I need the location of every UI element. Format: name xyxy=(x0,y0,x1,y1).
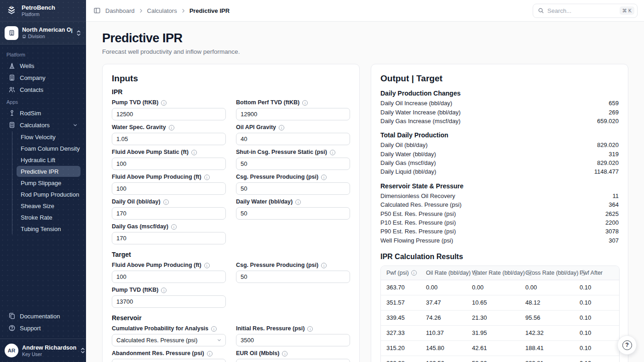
sidebar-item-predictive-ipr[interactable]: Predictive IPR xyxy=(17,166,80,177)
info-icon[interactable] xyxy=(295,199,301,205)
sidebar-item-contacts[interactable]: Contacts xyxy=(6,84,80,96)
abandonment-res-pressure-input[interactable] xyxy=(112,359,226,362)
output-value: 269 xyxy=(609,109,619,116)
column-header: Water Rate (bbl/day) xyxy=(472,270,525,276)
field-label: Daily Gas (mscf/day) xyxy=(112,223,168,230)
info-icon[interactable] xyxy=(411,270,417,276)
column-header: Gross Rate (bbl/day) xyxy=(525,270,578,276)
inputs-card: Inputs IPR Pump TVD (ftKB) Bottom Perf T… xyxy=(102,64,360,362)
info-icon[interactable] xyxy=(207,351,213,356)
help-button[interactable]: ? xyxy=(617,335,637,355)
table-row: 303.08180.5653.26233.810.10 xyxy=(381,356,620,362)
output-card: Output | Target Daily Production Changes… xyxy=(371,64,628,362)
search-box[interactable]: ⌘ K xyxy=(533,4,638,18)
sidebar-item-label: Company xyxy=(20,74,46,81)
fluid-above-pump-producing-input[interactable] xyxy=(112,182,226,195)
initial-res-pressure-input[interactable] xyxy=(236,334,350,346)
field-label: Fluid Above Pump Static (ft) xyxy=(112,149,189,156)
info-icon[interactable] xyxy=(211,326,217,332)
user-role: Key User xyxy=(22,351,76,357)
sidebar-item-label: Documentation xyxy=(20,313,60,320)
info-icon[interactable] xyxy=(282,351,288,356)
output-value: 3078 xyxy=(605,228,619,235)
output-label: Calculated Res. Pressure (psi) xyxy=(380,201,461,208)
fluid-above-pump-static-input[interactable] xyxy=(112,158,226,170)
pump-tvd-input[interactable] xyxy=(112,108,226,120)
sidebar-item-stroke-rate[interactable]: Stroke Rate xyxy=(17,212,80,223)
rodsim-icon xyxy=(8,109,16,117)
target-pump-tvd-input[interactable] xyxy=(112,295,226,308)
user-menu[interactable]: AR Andrew Richardson Key User xyxy=(0,339,86,362)
info-icon[interactable] xyxy=(204,175,210,180)
csg-pressure-producing-input[interactable] xyxy=(236,182,350,195)
water-spec-gravity-input[interactable] xyxy=(112,133,226,145)
sidebar-item-company[interactable]: Company xyxy=(6,72,80,84)
column-header: Pwf (psi) xyxy=(386,270,409,276)
sidebar-item-tubing-tension[interactable]: Tubing Tension xyxy=(17,223,80,234)
info-icon[interactable] xyxy=(321,263,327,268)
sidebar-item-wells[interactable]: Wells xyxy=(6,60,80,72)
output-row: Daily Oil (bbl/day)829.020 xyxy=(380,141,619,149)
sidebar: P PetroBench Platform North American Ope… xyxy=(0,0,86,362)
output-label: P90 Est. Res. Pressure (psi) xyxy=(380,228,456,235)
info-icon[interactable] xyxy=(302,100,308,106)
output-row: Calculated Res. Pressure (psi)364 xyxy=(380,200,619,209)
oil-api-gravity-input[interactable] xyxy=(236,133,350,145)
chevron-down-icon xyxy=(217,338,222,343)
info-icon[interactable] xyxy=(169,125,174,130)
field-label: EUR Oil (Mbbls) xyxy=(236,350,279,357)
info-icon[interactable] xyxy=(204,263,210,268)
info-icon[interactable] xyxy=(330,150,335,155)
results-table: Pwf (psi) Oil Rate (bbl/day) Water Rate … xyxy=(381,266,620,362)
output-row: Dimensionless Oil Recovery11 xyxy=(380,192,619,200)
output-value: 659 xyxy=(609,100,619,107)
info-icon[interactable] xyxy=(171,224,177,230)
division-mini-icon xyxy=(22,34,26,39)
breadcrumb-dashboard[interactable]: Dashboard xyxy=(105,7,135,14)
sidebar-item-pump-slippage[interactable]: Pump Slippage xyxy=(17,177,80,188)
sidebar-item-hydraulic-lift[interactable]: Hydraulic Lift xyxy=(17,154,80,165)
sidebar-item-sheave-size[interactable]: Sheave Size xyxy=(17,200,80,211)
sidebar-item-support[interactable]: Support xyxy=(6,322,80,334)
daily-water-input[interactable] xyxy=(236,207,350,220)
daily-oil-input[interactable] xyxy=(112,207,226,220)
sidebar-item-documentation[interactable]: Documentation xyxy=(6,310,80,322)
sidebar-item-rod-pump-production[interactable]: Rod Pump Production xyxy=(17,189,80,200)
info-icon[interactable] xyxy=(161,288,167,293)
sidebar-item-foam-column-density[interactable]: Foam Column Density xyxy=(17,143,80,154)
info-icon[interactable] xyxy=(191,150,197,155)
brand-text: PetroBench Platform xyxy=(22,4,55,17)
info-icon[interactable] xyxy=(279,125,284,130)
sidebar-toggle-icon[interactable] xyxy=(93,7,101,14)
shut-in-csg-pressure-static-input[interactable] xyxy=(236,158,350,170)
brand: P PetroBench Platform xyxy=(0,0,86,22)
target-fluid-above-pump-producing-input[interactable] xyxy=(112,271,226,283)
eur-oil-input[interactable] xyxy=(236,359,350,362)
cumulative-probability-select[interactable]: Calculated Res. Pressure (psi) xyxy=(112,334,226,346)
division-selector[interactable]: North American Opera Division xyxy=(0,22,86,45)
field-csg-pressure-producing: Csg. Pressure Producing (psi) xyxy=(236,174,350,195)
info-icon[interactable] xyxy=(321,175,327,180)
bottom-perf-tvd-input[interactable] xyxy=(236,108,350,120)
inputs-title: Inputs xyxy=(112,74,350,84)
field-label: Csg. Pressure Producing (psi) xyxy=(236,174,318,181)
info-icon[interactable] xyxy=(307,326,313,332)
output-row: Daily Liquid (bbl/day)1148.477 xyxy=(380,167,619,176)
target-csg-pressure-producing-input[interactable] xyxy=(236,271,350,283)
section-title-total-daily-production: Total Daily Production xyxy=(380,131,619,139)
search-input[interactable] xyxy=(547,7,616,14)
daily-gas-input[interactable] xyxy=(112,232,226,244)
sidebar-item-label: Wells xyxy=(20,62,34,69)
sidebar-footer: Documentation Support xyxy=(0,308,86,339)
output-row: Daily Water (bbl/day)319 xyxy=(380,150,619,158)
field-daily-gas: Daily Gas (mscf/day) xyxy=(112,223,226,244)
sidebar-item-flow-velocity[interactable]: Flow Velocity xyxy=(17,131,80,142)
info-icon[interactable] xyxy=(161,100,167,106)
sidebar-item-rodsim[interactable]: RodSim xyxy=(6,107,80,119)
sidebar-item-calculators[interactable]: Calculators xyxy=(6,119,80,131)
table-row: 327.33110.3731.95142.320.10 xyxy=(381,325,620,340)
breadcrumb-calculators[interactable]: Calculators xyxy=(147,7,177,14)
info-icon[interactable] xyxy=(527,270,533,276)
output-title: Output | Target xyxy=(380,74,619,84)
info-icon[interactable] xyxy=(163,199,169,205)
